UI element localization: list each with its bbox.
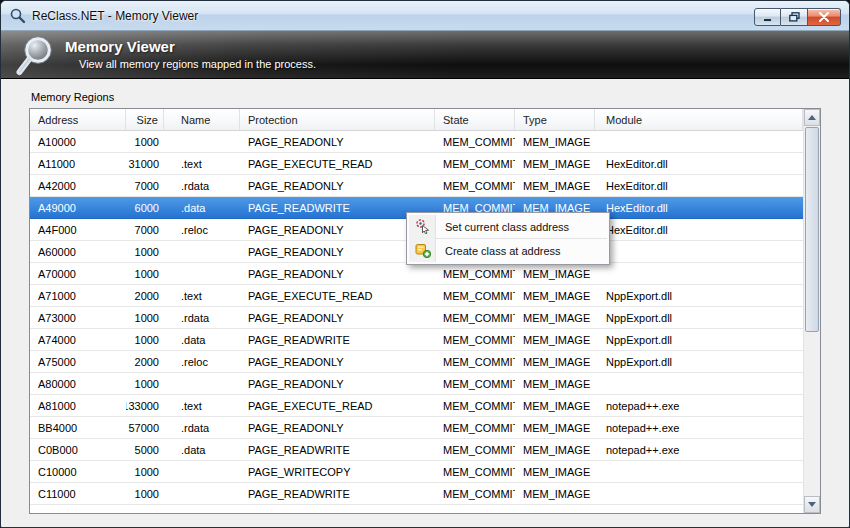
table-row[interactable]: A1100031000.textPAGE_EXECUTE_READMEM_COM…: [30, 153, 803, 175]
table-row[interactable]: A100001000PAGE_READONLYMEM_COMMITMEM_IMA…: [30, 131, 803, 153]
cell-size: 133000: [126, 395, 164, 416]
column-header-size[interactable]: Size: [126, 109, 164, 130]
cell-size: 57000: [126, 417, 164, 438]
close-button[interactable]: [808, 8, 841, 26]
cell-module: notepad++.exe: [595, 439, 803, 460]
cell-size: 1000: [126, 241, 164, 262]
cell-address: C0B000: [30, 439, 126, 460]
column-header-module[interactable]: Module: [595, 109, 803, 130]
context-menu: Set current class address Create class a…: [406, 212, 610, 265]
scrollbar-track[interactable]: [804, 126, 820, 496]
cell-size: 1000: [126, 373, 164, 394]
vertical-scrollbar[interactable]: [803, 109, 820, 513]
table-row[interactable]: C110001000PAGE_READWRITEMEM_COMMITMEM_IM…: [30, 483, 803, 505]
cell-protection: PAGE_READONLY: [240, 263, 435, 284]
cell-name: .reloc: [164, 351, 240, 372]
cell-state: MEM_COMMIT: [435, 395, 515, 416]
cell-size: 1000: [126, 263, 164, 284]
cell-address: A71000: [30, 285, 126, 306]
cell-size: 1000: [126, 329, 164, 350]
cell-type: MEM_IMAGE: [515, 175, 595, 196]
cell-address: A70000: [30, 263, 126, 284]
table-row[interactable]: A750002000.relocPAGE_READONLYMEM_COMMITM…: [30, 351, 803, 373]
scrollbar-thumb[interactable]: [805, 127, 819, 332]
cell-address: A49000: [30, 197, 126, 218]
cell-address: A81000: [30, 395, 126, 416]
content-area: Memory Regions AddressSizeNameProtection…: [1, 79, 849, 514]
cell-protection: PAGE_READONLY: [240, 373, 435, 394]
cell-type: MEM_IMAGE: [515, 439, 595, 460]
minimize-button[interactable]: [754, 8, 781, 26]
table-row[interactable]: A81000133000.textPAGE_EXECUTE_READMEM_CO…: [30, 395, 803, 417]
column-header-protection[interactable]: Protection: [240, 109, 435, 130]
memory-regions-list: AddressSizeNameProtectionStateTypeModule…: [29, 108, 821, 514]
cell-state: MEM_COMMIT: [435, 329, 515, 350]
cell-module: HexEditor.dll: [595, 197, 803, 218]
banner-title: Memory Viewer: [65, 38, 849, 55]
cell-type: MEM_IMAGE: [515, 351, 595, 372]
cell-protection: PAGE_READONLY: [240, 307, 435, 328]
cell-state: MEM_COMMIT: [435, 263, 515, 284]
column-header-type[interactable]: Type: [515, 109, 595, 130]
scroll-down-button[interactable]: [804, 496, 820, 513]
cell-address: BB4000: [30, 417, 126, 438]
table-row[interactable]: A730001000.rdataPAGE_READONLYMEM_COMMITM…: [30, 307, 803, 329]
header-banner: Memory Viewer View all memory regions ma…: [1, 31, 849, 79]
cell-name: [164, 263, 240, 284]
cell-type: MEM_IMAGE: [515, 285, 595, 306]
table-row[interactable]: A700001000PAGE_READONLYMEM_COMMITMEM_IMA…: [30, 263, 803, 285]
cell-module: HexEditor.dll: [595, 219, 803, 240]
cell-address: A42000: [30, 175, 126, 196]
cell-module: notepad++.exe: [595, 417, 803, 438]
cell-name: .text: [164, 285, 240, 306]
cell-address: A75000: [30, 351, 126, 372]
cell-state: MEM_COMMIT: [435, 285, 515, 306]
cell-protection: PAGE_WRITECOPY: [240, 461, 435, 482]
cell-size: 5000: [126, 439, 164, 460]
cell-protection: PAGE_READONLY: [240, 131, 435, 152]
maximize-button[interactable]: [781, 8, 808, 26]
cell-module: NppExport.dll: [595, 329, 803, 350]
banner-subtitle: View all memory regions mapped in the pr…: [65, 58, 849, 70]
cell-protection: PAGE_READWRITE: [240, 439, 435, 460]
cell-state: MEM_COMMIT: [435, 461, 515, 482]
table-row[interactable]: C0B0005000.dataPAGE_READWRITEMEM_COMMITM…: [30, 439, 803, 461]
scroll-up-button[interactable]: [804, 109, 820, 126]
column-header-name[interactable]: Name: [164, 109, 240, 130]
cell-state: MEM_COMMIT: [435, 483, 515, 504]
cell-size: 1000: [126, 131, 164, 152]
cell-module: notepad++.exe: [595, 395, 803, 416]
cell-state: MEM_COMMIT: [435, 351, 515, 372]
cell-address: C10000: [30, 461, 126, 482]
table-row[interactable]: A420007000.rdataPAGE_READONLYMEM_COMMITM…: [30, 175, 803, 197]
cell-type: MEM_IMAGE: [515, 307, 595, 328]
cell-name: .text: [164, 395, 240, 416]
menu-item-create-class-at-address[interactable]: Create class at address: [409, 239, 607, 262]
cell-name: .data: [164, 439, 240, 460]
cell-address: A73000: [30, 307, 126, 328]
cell-name: [164, 373, 240, 394]
cell-state: MEM_COMMIT: [435, 417, 515, 438]
table-row[interactable]: A740001000.dataPAGE_READWRITEMEM_COMMITM…: [30, 329, 803, 351]
column-header-address[interactable]: Address: [30, 109, 126, 130]
cell-address: A11000: [30, 153, 126, 174]
menu-item-label: Set current class address: [445, 221, 569, 233]
cell-protection: PAGE_READWRITE: [240, 483, 435, 504]
table-row[interactable]: A800001000PAGE_READONLYMEM_COMMITMEM_IMA…: [30, 373, 803, 395]
cell-type: MEM_IMAGE: [515, 263, 595, 284]
table-row[interactable]: A710002000.textPAGE_EXECUTE_READMEM_COMM…: [30, 285, 803, 307]
cell-state: MEM_COMMIT: [435, 175, 515, 196]
table-row[interactable]: C100001000PAGE_WRITECOPYMEM_COMMITMEM_IM…: [30, 461, 803, 483]
cell-size: 1000: [126, 461, 164, 482]
cell-name: .reloc: [164, 219, 240, 240]
table-row[interactable]: BB400057000.rdataPAGE_READONLYMEM_COMMIT…: [30, 417, 803, 439]
menu-item-set-current-class-address[interactable]: Set current class address: [409, 215, 607, 238]
cell-module: [595, 483, 803, 504]
column-header-state[interactable]: State: [435, 109, 515, 130]
cell-type: MEM_IMAGE: [515, 417, 595, 438]
menu-item-label: Create class at address: [445, 245, 561, 257]
table-header: AddressSizeNameProtectionStateTypeModule: [30, 109, 803, 131]
cell-size: 6000: [126, 197, 164, 218]
cell-size: 31000: [126, 153, 164, 174]
titlebar[interactable]: ReClass.NET - Memory Viewer: [1, 1, 849, 31]
